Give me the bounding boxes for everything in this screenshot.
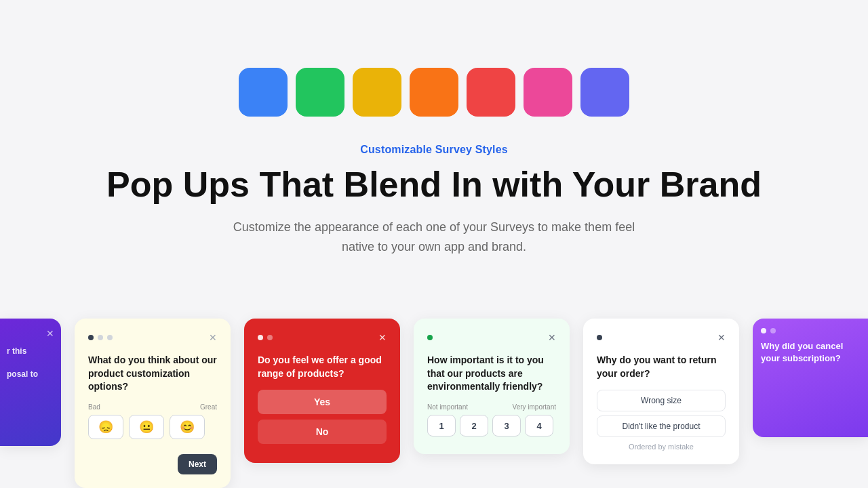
card1-question: What do you think about our product cust… [88, 354, 217, 394]
close-icon-card4[interactable]: ✕ [717, 332, 726, 343]
card3-header: ✕ [427, 332, 556, 343]
card4-header: ✕ [597, 332, 726, 343]
swatch-blue[interactable] [239, 68, 288, 117]
subtitle: Customizable Survey Styles [14, 144, 854, 156]
card5-text: Why did you cancel your subscription? [761, 340, 860, 365]
card-yellow: ✕ What do you think about our product cu… [75, 319, 231, 488]
swatches-row [0, 0, 868, 117]
dot3-active [427, 335, 433, 340]
swatch-red[interactable] [467, 68, 515, 117]
card0-text: r thisposal to [7, 346, 54, 380]
card1-dots [88, 335, 113, 340]
scale-4[interactable]: 4 [525, 415, 553, 436]
card4-dots [597, 335, 602, 340]
scale-2[interactable]: 2 [460, 415, 488, 436]
dot5-inactive [770, 328, 776, 333]
dot1-inactive1 [98, 335, 103, 340]
card3-scale-labels: Not important Very important [427, 403, 556, 411]
no-button-card2[interactable]: No [258, 420, 387, 444]
next-button-card1[interactable]: Next [178, 454, 217, 474]
card-partial-right: Why did you cancel your subscription? [753, 319, 868, 437]
card3-scale-row: 1 2 3 4 [427, 415, 556, 436]
card3-question: How important is it to you that our prod… [427, 354, 556, 394]
card4-question: Why do you want to return your order? [597, 354, 726, 380]
swatch-pink[interactable] [524, 68, 572, 117]
option3-card4: Ordered by mistake [597, 441, 726, 451]
dot4-active [597, 335, 602, 340]
card-partial-left: ✕ r thisposal to [0, 319, 61, 446]
close-icon-card0[interactable]: ✕ [46, 328, 54, 339]
card3-label-left: Not important [427, 403, 468, 411]
card1-label-great: Great [200, 403, 217, 411]
card1-labels: Bad Great [88, 403, 217, 411]
description: Customize the appearance of each one of … [217, 218, 651, 257]
scale-1[interactable]: 1 [427, 415, 456, 436]
card1-emoji-row: 😞 😐 😊 [88, 415, 217, 439]
card5-dots [761, 328, 776, 333]
close-icon-card2[interactable]: ✕ [378, 332, 387, 343]
emoji-neutral[interactable]: 😐 [129, 415, 164, 439]
text-section: Customizable Survey Styles Pop Ups That … [0, 144, 868, 257]
dot1-inactive2 [107, 335, 113, 340]
emoji-happy[interactable]: 😊 [170, 415, 205, 439]
card-red: ✕ Do you feel we offer a good range of p… [244, 319, 400, 463]
card2-question: Do you feel we offer a good range of pro… [258, 354, 387, 380]
dot2-inactive [267, 335, 273, 340]
card3-dots [427, 335, 433, 340]
dot2-active [258, 335, 263, 340]
cards-row: ✕ r thisposal to ✕ What do you think abo… [0, 319, 868, 488]
card3-label-right: Very important [513, 403, 556, 411]
yes-button-card2[interactable]: Yes [258, 390, 387, 414]
card1-label-bad: Bad [88, 403, 100, 411]
close-icon-card3[interactable]: ✕ [548, 332, 556, 343]
option1-card4[interactable]: Wrong size [597, 390, 726, 411]
card-green: ✕ How important is it to you that our pr… [414, 319, 570, 454]
dot5-active [761, 328, 766, 333]
card2-dots [258, 335, 273, 340]
close-icon-card1[interactable]: ✕ [209, 332, 217, 343]
swatch-indigo[interactable] [580, 68, 629, 117]
swatch-orange[interactable] [410, 68, 458, 117]
swatch-yellow[interactable] [353, 68, 401, 117]
card1-header: ✕ [88, 332, 217, 343]
card2-header: ✕ [258, 332, 387, 343]
dot1-active [88, 335, 94, 340]
card-white: ✕ Why do you want to return your order? … [583, 319, 739, 464]
page-wrapper: Customizable Survey Styles Pop Ups That … [0, 0, 868, 488]
main-title: Pop Ups That Blend In with Your Brand [14, 165, 854, 204]
scale-3[interactable]: 3 [492, 415, 521, 436]
emoji-sad[interactable]: 😞 [88, 415, 123, 439]
option2-card4[interactable]: Didn't like the product [597, 415, 726, 437]
swatch-green[interactable] [296, 68, 344, 117]
